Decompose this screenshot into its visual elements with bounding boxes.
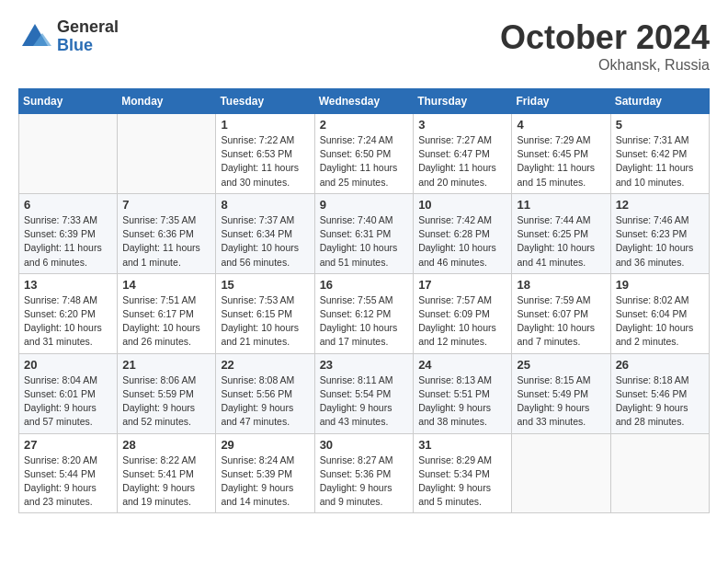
weekday-header: Sunday [19,89,118,114]
calendar-day-cell: 13Sunrise: 7:48 AM Sunset: 6:20 PM Dayli… [19,273,118,353]
day-number: 5 [616,118,704,132]
day-number: 16 [320,278,409,292]
calendar-day-cell: 29Sunrise: 8:24 AM Sunset: 5:39 PM Dayli… [216,433,314,513]
calendar-day-cell: 8Sunrise: 7:37 AM Sunset: 6:34 PM Daylig… [216,193,314,273]
calendar-day-cell: 14Sunrise: 7:51 AM Sunset: 6:17 PM Dayli… [118,273,216,353]
day-number: 23 [320,358,409,372]
calendar-day-cell [610,433,709,513]
day-info: Sunrise: 8:11 AM Sunset: 5:54 PM Dayligh… [320,373,409,430]
calendar-day-cell: 19Sunrise: 8:02 AM Sunset: 6:04 PM Dayli… [610,273,709,353]
month-title: October 2024 [500,18,710,57]
day-number: 24 [418,358,506,372]
weekday-header: Wednesday [314,89,414,114]
day-info: Sunrise: 7:35 AM Sunset: 6:36 PM Dayligh… [122,213,210,270]
title-block: October 2024 Okhansk, Russia [500,18,710,74]
day-info: Sunrise: 7:37 AM Sunset: 6:34 PM Dayligh… [221,213,309,270]
day-info: Sunrise: 8:18 AM Sunset: 5:46 PM Dayligh… [616,373,704,430]
day-info: Sunrise: 7:53 AM Sunset: 6:15 PM Dayligh… [221,293,309,350]
day-info: Sunrise: 8:27 AM Sunset: 5:36 PM Dayligh… [320,454,409,510]
day-number: 19 [616,278,704,292]
day-number: 17 [418,278,506,292]
day-number: 13 [24,278,112,292]
day-number: 6 [24,198,112,212]
day-info: Sunrise: 7:48 AM Sunset: 6:20 PM Dayligh… [24,293,112,350]
calendar-day-cell: 25Sunrise: 8:15 AM Sunset: 5:49 PM Dayli… [512,353,610,433]
day-number: 3 [418,118,506,132]
day-info: Sunrise: 7:42 AM Sunset: 6:28 PM Dayligh… [418,213,506,270]
day-info: Sunrise: 7:57 AM Sunset: 6:09 PM Dayligh… [418,293,506,350]
calendar-day-cell: 21Sunrise: 8:06 AM Sunset: 5:59 PM Dayli… [118,353,216,433]
day-number: 11 [517,198,605,212]
logo-text: General Blue [57,18,119,55]
day-info: Sunrise: 7:24 AM Sunset: 6:50 PM Dayligh… [320,133,409,190]
calendar-day-cell: 6Sunrise: 7:33 AM Sunset: 6:39 PM Daylig… [19,193,118,273]
day-info: Sunrise: 7:27 AM Sunset: 6:47 PM Dayligh… [418,133,506,190]
day-info: Sunrise: 7:55 AM Sunset: 6:12 PM Dayligh… [320,293,409,350]
calendar-table: SundayMondayTuesdayWednesdayThursdayFrid… [18,88,710,513]
calendar-day-cell: 9Sunrise: 7:40 AM Sunset: 6:31 PM Daylig… [314,193,414,273]
calendar-day-cell: 12Sunrise: 7:46 AM Sunset: 6:23 PM Dayli… [610,193,709,273]
calendar-day-cell: 22Sunrise: 8:08 AM Sunset: 5:56 PM Dayli… [216,353,314,433]
calendar-day-cell: 24Sunrise: 8:13 AM Sunset: 5:51 PM Dayli… [414,353,512,433]
calendar-day-cell: 26Sunrise: 8:18 AM Sunset: 5:46 PM Dayli… [610,353,709,433]
calendar-day-cell: 1Sunrise: 7:22 AM Sunset: 6:53 PM Daylig… [216,114,314,194]
page-header: General Blue October 2024 Okhansk, Russi… [18,18,710,74]
calendar-day-cell: 31Sunrise: 8:29 AM Sunset: 5:34 PM Dayli… [414,433,512,513]
weekday-header: Tuesday [216,89,314,114]
day-info: Sunrise: 7:59 AM Sunset: 6:07 PM Dayligh… [517,293,605,350]
logo-icon [18,20,51,53]
day-info: Sunrise: 8:24 AM Sunset: 5:39 PM Dayligh… [221,454,309,510]
day-info: Sunrise: 8:22 AM Sunset: 5:41 PM Dayligh… [122,454,210,510]
calendar-day-cell: 30Sunrise: 8:27 AM Sunset: 5:36 PM Dayli… [314,433,414,513]
day-info: Sunrise: 8:02 AM Sunset: 6:04 PM Dayligh… [616,293,704,350]
calendar-day-cell: 23Sunrise: 8:11 AM Sunset: 5:54 PM Dayli… [314,353,414,433]
day-number: 22 [221,358,309,372]
calendar-day-cell: 2Sunrise: 7:24 AM Sunset: 6:50 PM Daylig… [314,114,414,194]
day-number: 14 [122,278,210,292]
calendar-week-row: 13Sunrise: 7:48 AM Sunset: 6:20 PM Dayli… [19,273,710,353]
day-info: Sunrise: 7:29 AM Sunset: 6:45 PM Dayligh… [517,133,605,190]
day-number: 28 [122,438,210,452]
weekday-header: Monday [118,89,216,114]
day-number: 29 [221,438,309,452]
weekday-header: Saturday [610,89,709,114]
day-info: Sunrise: 8:15 AM Sunset: 5:49 PM Dayligh… [517,373,605,430]
day-number: 10 [418,198,506,212]
day-number: 8 [221,198,309,212]
calendar-day-cell: 16Sunrise: 7:55 AM Sunset: 6:12 PM Dayli… [314,273,414,353]
day-number: 2 [320,118,409,132]
location: Okhansk, Russia [500,57,710,74]
day-number: 4 [517,118,605,132]
day-info: Sunrise: 8:06 AM Sunset: 5:59 PM Dayligh… [122,373,210,430]
calendar-day-cell: 5Sunrise: 7:31 AM Sunset: 6:42 PM Daylig… [610,114,709,194]
day-number: 20 [24,358,112,372]
calendar-day-cell [19,114,118,194]
day-number: 15 [221,278,309,292]
calendar-day-cell: 27Sunrise: 8:20 AM Sunset: 5:44 PM Dayli… [19,433,118,513]
day-number: 25 [517,358,605,372]
day-number: 26 [616,358,704,372]
weekday-header-row: SundayMondayTuesdayWednesdayThursdayFrid… [19,89,710,114]
day-number: 30 [320,438,409,452]
day-info: Sunrise: 8:20 AM Sunset: 5:44 PM Dayligh… [24,454,112,510]
calendar-day-cell: 4Sunrise: 7:29 AM Sunset: 6:45 PM Daylig… [512,114,610,194]
day-info: Sunrise: 8:04 AM Sunset: 6:01 PM Dayligh… [24,373,112,430]
day-info: Sunrise: 8:29 AM Sunset: 5:34 PM Dayligh… [418,454,506,510]
day-info: Sunrise: 7:44 AM Sunset: 6:25 PM Dayligh… [517,213,605,270]
day-info: Sunrise: 7:46 AM Sunset: 6:23 PM Dayligh… [616,213,704,270]
day-info: Sunrise: 7:33 AM Sunset: 6:39 PM Dayligh… [24,213,112,270]
day-number: 31 [418,438,506,452]
calendar-week-row: 20Sunrise: 8:04 AM Sunset: 6:01 PM Dayli… [19,353,710,433]
weekday-header: Thursday [414,89,512,114]
day-info: Sunrise: 8:13 AM Sunset: 5:51 PM Dayligh… [418,373,506,430]
calendar-day-cell: 18Sunrise: 7:59 AM Sunset: 6:07 PM Dayli… [512,273,610,353]
day-number: 21 [122,358,210,372]
calendar-day-cell: 3Sunrise: 7:27 AM Sunset: 6:47 PM Daylig… [414,114,512,194]
day-number: 27 [24,438,112,452]
calendar-week-row: 6Sunrise: 7:33 AM Sunset: 6:39 PM Daylig… [19,193,710,273]
logo: General Blue [18,18,119,55]
calendar-day-cell: 17Sunrise: 7:57 AM Sunset: 6:09 PM Dayli… [414,273,512,353]
calendar-day-cell: 28Sunrise: 8:22 AM Sunset: 5:41 PM Dayli… [118,433,216,513]
day-number: 12 [616,198,704,212]
calendar-week-row: 1Sunrise: 7:22 AM Sunset: 6:53 PM Daylig… [19,114,710,194]
